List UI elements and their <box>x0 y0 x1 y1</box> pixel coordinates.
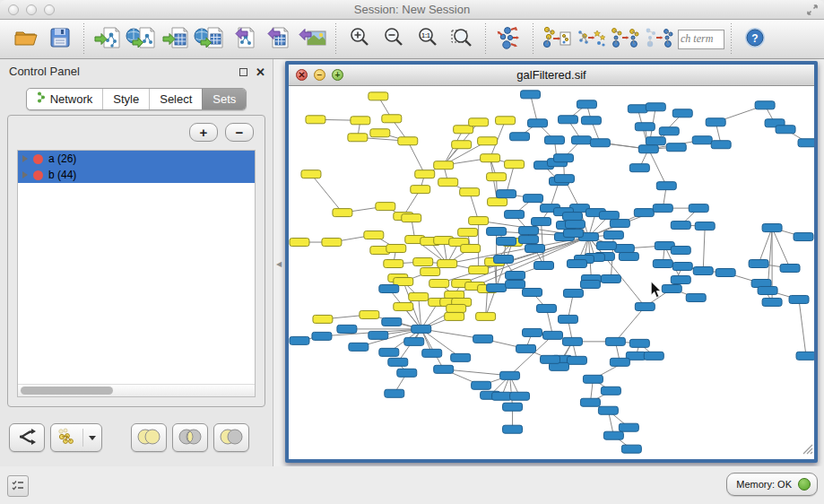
graph-node[interactable] <box>537 304 557 312</box>
graph-node[interactable] <box>562 213 582 221</box>
zoom-selection-button[interactable] <box>446 22 478 56</box>
graph-node[interactable] <box>758 286 777 294</box>
graph-node[interactable] <box>580 398 600 406</box>
graph-node[interactable] <box>628 105 647 113</box>
graph-node[interactable] <box>458 229 478 237</box>
graph-node[interactable] <box>798 139 814 147</box>
graph-node[interactable] <box>422 349 442 357</box>
graph-node[interactable] <box>672 109 692 117</box>
maximize-network-icon[interactable]: + <box>332 69 343 81</box>
close-panel-icon[interactable]: ✕ <box>256 66 265 78</box>
graph-node[interactable] <box>469 118 489 126</box>
graph-node[interactable] <box>598 406 618 414</box>
save-session-button[interactable] <box>44 22 76 56</box>
graph-node[interactable] <box>398 137 418 145</box>
horizontal-scrollbar[interactable] <box>18 384 255 396</box>
remove-set-button[interactable]: − <box>225 123 254 142</box>
graph-node[interactable] <box>478 137 498 145</box>
graph-node[interactable] <box>671 275 690 283</box>
graph-node[interactable] <box>379 284 399 292</box>
graph-node[interactable] <box>706 118 725 126</box>
graph-node[interactable] <box>524 195 543 203</box>
graph-node[interactable] <box>621 445 641 453</box>
graph-node[interactable] <box>494 256 514 264</box>
graph-node[interactable] <box>605 337 625 345</box>
graph-node[interactable] <box>563 289 583 297</box>
graph-node[interactable] <box>638 145 658 153</box>
expander-icon[interactable] <box>22 171 28 178</box>
graph-node[interactable] <box>488 198 507 206</box>
graph-node[interactable] <box>337 325 357 333</box>
graph-node[interactable] <box>558 315 577 323</box>
memory-status-button[interactable]: Memory: OK <box>726 473 818 496</box>
graph-node[interactable] <box>796 352 814 360</box>
graph-edge[interactable] <box>311 174 343 213</box>
graph-edge[interactable] <box>799 300 806 356</box>
graph-node[interactable] <box>503 425 523 433</box>
tab-style[interactable]: Style <box>102 89 149 109</box>
graph-node[interactable] <box>469 266 489 274</box>
import-table-file-button[interactable] <box>160 22 192 56</box>
graph-node[interactable] <box>505 161 525 169</box>
graph-node[interactable] <box>461 245 481 253</box>
graph-node[interactable] <box>619 253 638 261</box>
list-item-set-b[interactable]: b (44) <box>18 167 255 183</box>
graph-edge[interactable] <box>703 226 705 271</box>
task-history-button[interactable] <box>7 475 29 497</box>
graph-node[interactable] <box>322 239 342 247</box>
graph-node[interactable] <box>360 310 379 318</box>
graph-node[interactable] <box>487 283 507 291</box>
graph-node[interactable] <box>370 129 390 137</box>
graph-node[interactable] <box>762 224 782 232</box>
graph-node[interactable] <box>412 325 431 333</box>
graph-node[interactable] <box>421 268 440 276</box>
graph-node[interactable] <box>460 188 480 196</box>
graph-node[interactable] <box>519 236 539 244</box>
graph-node[interactable] <box>313 315 333 323</box>
graph-node[interactable] <box>567 356 586 364</box>
graph-node[interactable] <box>635 302 655 310</box>
graph-node[interactable] <box>438 178 458 187</box>
graph-node[interactable] <box>563 230 583 238</box>
graph-node[interactable] <box>503 403 523 411</box>
graph-node[interactable] <box>716 269 735 277</box>
collapse-panel-icon[interactable]: ◀ <box>276 260 282 268</box>
graph-edge[interactable] <box>648 149 666 186</box>
graph-node[interactable] <box>656 182 676 190</box>
graph-node[interactable] <box>646 103 665 111</box>
graph-node[interactable] <box>653 204 672 213</box>
graph-node[interactable] <box>333 209 352 217</box>
graph-node[interactable] <box>693 267 713 275</box>
graph-node[interactable] <box>554 175 574 183</box>
graph-node[interactable] <box>510 133 530 141</box>
graph-node[interactable] <box>402 214 421 222</box>
graph-edge[interactable] <box>542 222 544 265</box>
graph-node[interactable] <box>386 245 406 253</box>
graph-node[interactable] <box>438 260 457 268</box>
union-sets-button[interactable] <box>131 423 167 452</box>
graph-node[interactable] <box>534 262 554 270</box>
graph-node[interactable] <box>497 238 516 246</box>
graph-node[interactable] <box>349 343 369 351</box>
export-image-button[interactable] <box>296 22 328 56</box>
splitpane-divider[interactable]: ◀ <box>273 59 285 466</box>
graph-node[interactable] <box>659 127 679 135</box>
graph-node[interactable] <box>447 304 466 312</box>
graph-node[interactable] <box>415 170 435 178</box>
split-set-button[interactable] <box>9 423 45 452</box>
graph-node[interactable] <box>516 344 536 352</box>
float-panel-icon[interactable] <box>239 68 247 76</box>
graph-node[interactable] <box>692 136 712 144</box>
graph-node[interactable] <box>603 231 623 239</box>
graph-node[interactable] <box>413 258 433 266</box>
resize-grip-icon[interactable] <box>802 442 813 458</box>
graph-node[interactable] <box>571 136 591 144</box>
graph-node[interactable] <box>755 101 775 109</box>
network-canvas[interactable] <box>289 87 814 459</box>
graph-node[interactable] <box>599 212 619 220</box>
export-table-button[interactable] <box>262 22 294 56</box>
graph-node[interactable] <box>469 217 489 225</box>
graph-node[interactable] <box>553 154 573 162</box>
graph-node[interactable] <box>301 170 321 178</box>
network-window-titlebar[interactable]: ✕ − + galFiltered.sif <box>289 65 814 86</box>
